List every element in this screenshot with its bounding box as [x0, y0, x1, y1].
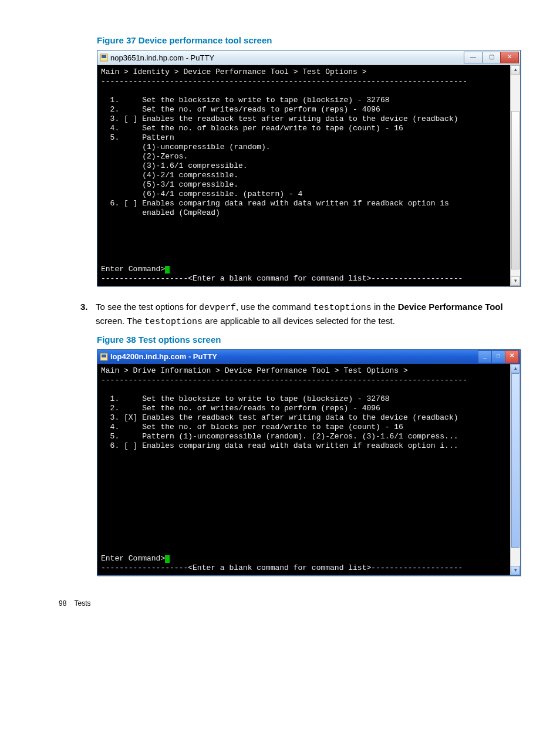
window-title-37: nop3651n.ind.hp.com - PuTTY — [110, 53, 214, 62]
scrollbar-38[interactable]: ▴ ▾ — [510, 364, 520, 575]
scroll-track[interactable] — [511, 373, 520, 566]
figure-38-window: lop4200n.ind.hp.com - PuTTY _ □ ✕ Main >… — [97, 349, 521, 576]
window-buttons-37: — ▢ ✕ — [464, 52, 519, 63]
page-number: 98 — [59, 599, 66, 607]
step-3: 3. To see the test options for devperf, … — [97, 301, 519, 329]
cursor-icon — [165, 555, 170, 563]
cursor-icon — [165, 266, 170, 274]
terminal-38[interactable]: Main > Drive Information > Device Perfor… — [97, 364, 510, 575]
page-footer: 98 Tests — [53, 599, 519, 607]
maximize-button[interactable]: □ — [491, 350, 505, 363]
figure-37-window: nop3651n.ind.hp.com - PuTTY — ▢ ✕ Main >… — [97, 50, 521, 286]
window-buttons-38: _ □ ✕ — [478, 350, 519, 363]
figure-38-caption: Figure 38 Test options screen — [97, 335, 519, 345]
figure-37-caption: Figure 37 Device performance tool screen — [97, 35, 519, 45]
scrollbar-37[interactable]: ▴ ▾ — [510, 65, 520, 286]
scroll-down-button[interactable]: ▾ — [511, 276, 520, 286]
scroll-up-button[interactable]: ▴ — [511, 364, 520, 373]
scroll-thumb[interactable] — [511, 373, 519, 548]
step-3-text: To see the test options for devperf, use… — [96, 301, 519, 329]
svg-rect-1 — [102, 55, 106, 58]
putty-icon — [100, 53, 108, 62]
scroll-thumb[interactable] — [511, 111, 519, 269]
titlebar-37: nop3651n.ind.hp.com - PuTTY — ▢ ✕ — [97, 50, 520, 65]
minimize-button[interactable]: — — [464, 52, 483, 63]
close-button[interactable]: ✕ — [500, 52, 519, 63]
section-name: Tests — [74, 599, 90, 607]
scroll-track[interactable] — [511, 75, 520, 276]
scroll-up-button[interactable]: ▴ — [511, 65, 520, 75]
step-number: 3. — [80, 301, 96, 329]
putty-icon — [100, 353, 108, 361]
maximize-button[interactable]: ▢ — [482, 52, 501, 63]
scroll-down-button[interactable]: ▾ — [511, 566, 520, 575]
titlebar-38: lop4200n.ind.hp.com - PuTTY _ □ ✕ — [97, 350, 520, 364]
minimize-button[interactable]: _ — [478, 350, 492, 363]
svg-rect-3 — [102, 355, 106, 357]
window-title-38: lop4200n.ind.hp.com - PuTTY — [110, 352, 217, 361]
terminal-37[interactable]: Main > Identity > Device Performance Too… — [97, 65, 510, 286]
close-button[interactable]: ✕ — [505, 350, 519, 363]
